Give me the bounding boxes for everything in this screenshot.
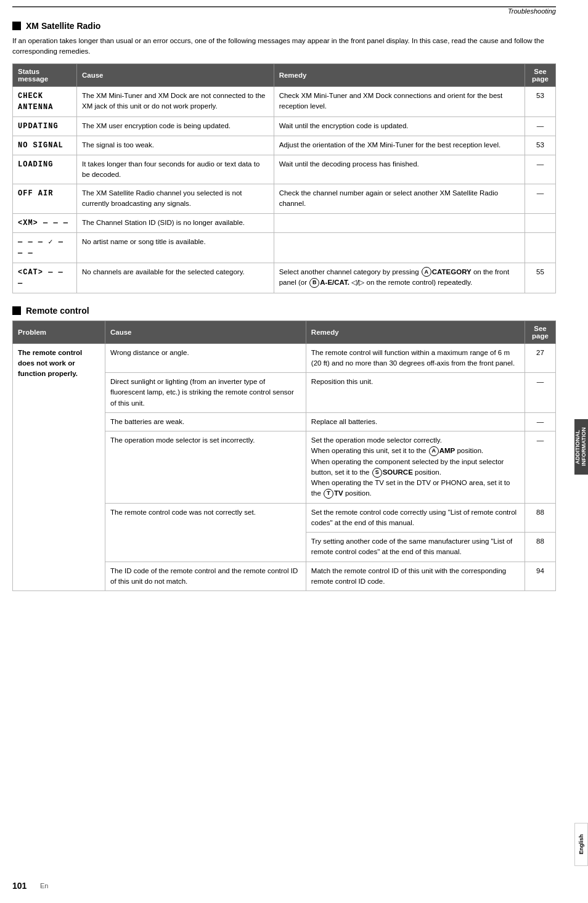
page-number: 101	[12, 881, 27, 891]
see-page-cell: 88	[525, 533, 556, 562]
circled-a-icon: A	[422, 267, 431, 277]
table-row: — — — ✓ — — — No artist name or song tit…	[13, 232, 556, 263]
remote-col-problem: Problem	[13, 321, 105, 343]
remote-section-title: Remote control	[26, 306, 89, 316]
page-container: Troubleshooting XM Satellite Radio If an…	[0, 0, 588, 903]
table-row: OFF AIR The XM Satellite Radio channel y…	[13, 184, 556, 214]
xm-table: Status message Cause Remedy Seepage CHEC…	[12, 63, 556, 293]
remote-section-icon	[12, 306, 21, 315]
see-page-cell	[525, 232, 556, 263]
xm-col-status: Status message	[13, 63, 77, 86]
cause-cell: The signal is too weak.	[76, 136, 274, 155]
xm-col-cause: Cause	[76, 63, 274, 86]
cause-cell: The operation mode selector is set incor…	[105, 431, 306, 504]
xm-section-intro: If an operation takes longer than usual …	[12, 36, 556, 57]
cause-cell: No channels are available for the select…	[76, 263, 274, 293]
cause-cell: The remote control code was not correctl…	[105, 503, 306, 562]
side-tab-english: English	[574, 823, 588, 866]
table-row: The remote control does not work or func…	[13, 343, 556, 373]
cause-cell: The ID code of the remote control and th…	[105, 562, 306, 591]
see-page-cell: 53	[525, 86, 556, 116]
status-msg: <CAT> — — —	[18, 268, 63, 288]
see-page-cell: 94	[525, 562, 556, 591]
status-msg: UPDATING	[18, 122, 59, 131]
ae-cat-label: A-E/CAT.	[320, 279, 349, 286]
remedy-cell: The remote control will function within …	[306, 343, 525, 373]
problem-cell: The remote control does not work or func…	[13, 343, 105, 591]
see-page-cell: —	[525, 373, 556, 413]
status-msg: LOADING	[18, 160, 53, 169]
remedy-cell: Wait until the decoding process has fini…	[274, 155, 525, 184]
page-suffix: En	[40, 882, 48, 889]
status-msg: NO SIGNAL	[18, 141, 63, 150]
cause-cell: The XM user encryption code is being upd…	[76, 116, 274, 136]
remedy-cell	[274, 213, 525, 232]
xm-section-header: XM Satellite Radio	[12, 21, 556, 31]
remedy-cell: Check XM Mini-Tuner and XM Dock connecti…	[274, 86, 525, 116]
remote-section-header: Remote control	[12, 306, 556, 316]
see-page-cell: —	[525, 184, 556, 214]
remote-table: Problem Cause Remedy Seepage The remote …	[12, 321, 556, 592]
see-page-cell: —	[525, 155, 556, 184]
remedy-cell: Select another channel category by press…	[274, 263, 525, 293]
see-page-cell: 53	[525, 136, 556, 155]
table-row: CHECK ANTENNA The XM Mini-Tuner and XM D…	[13, 86, 556, 116]
table-row: LOADING It takes longer than four second…	[13, 155, 556, 184]
circled-b-icon: B	[309, 278, 319, 288]
see-page-cell: 27	[525, 343, 556, 373]
cause-cell: The Channel Station ID (SID) is no longe…	[76, 213, 274, 232]
amp-label: AMP	[439, 447, 455, 454]
remedy-cell: Match the remote control ID of this unit…	[306, 562, 525, 591]
section-label: Troubleshooting	[12, 6, 556, 16]
cause-cell: The XM Mini-Tuner and XM Dock are not co…	[76, 86, 274, 116]
remedy-cell	[274, 232, 525, 263]
remedy-cell: Set the remote control code correctly us…	[306, 503, 525, 533]
see-page-cell: —	[525, 116, 556, 136]
see-page-cell: —	[525, 412, 556, 431]
table-row: <XM> — — — The Channel Station ID (SID) …	[13, 213, 556, 232]
remote-col-cause: Cause	[105, 321, 306, 343]
side-tab-additional: ADDITIONAL INFORMATION	[574, 419, 588, 475]
cause-cell: No artist name or song title is availabl…	[76, 232, 274, 263]
remedy-cell: Adjust the orientation of the XM Mini-Tu…	[274, 136, 525, 155]
status-msg: CHECK ANTENNA	[18, 92, 53, 112]
cause-cell: The XM Satellite Radio channel you selec…	[76, 184, 274, 214]
xm-col-remedy: Remedy	[274, 63, 525, 86]
tv-label: TV	[334, 489, 343, 497]
status-msg: — — — ✓ — — —	[18, 238, 63, 258]
remote-col-remedy: Remedy	[306, 321, 525, 343]
status-msg: OFF AIR	[18, 189, 53, 198]
see-page-cell: —	[525, 431, 556, 504]
see-page-cell	[525, 213, 556, 232]
remote-col-see-page: Seepage	[525, 321, 556, 343]
circled-tv-icon: T	[324, 489, 333, 499]
table-row: UPDATING The XM user encryption code is …	[13, 116, 556, 136]
main-content: Troubleshooting XM Satellite Radio If an…	[0, 0, 574, 610]
xm-col-see-page: Seepage	[525, 63, 556, 86]
remedy-cell: Set the operation mode selector correctl…	[306, 431, 525, 504]
xm-section-title: XM Satellite Radio	[26, 21, 100, 31]
remedy-cell: Check the channel number again or select…	[274, 184, 525, 214]
status-msg: <XM> — — —	[18, 219, 68, 227]
remedy-cell: Replace all batteries.	[306, 412, 525, 431]
source-label: SOURCE	[383, 468, 413, 476]
remedy-cell: Reposition this unit.	[306, 373, 525, 413]
see-page-cell: 55	[525, 263, 556, 293]
remedy-cell: Wait until the encryption code is update…	[274, 116, 525, 136]
category-label: CATEGORY	[432, 268, 472, 276]
circled-amp-icon: A	[429, 446, 439, 456]
cause-cell: The batteries are weak.	[105, 412, 306, 431]
cause-cell: Wrong distance or angle.	[105, 343, 306, 373]
remedy-cell: Try setting another code of the same man…	[306, 533, 525, 562]
cause-cell: It takes longer than four seconds for au…	[76, 155, 274, 184]
cause-cell: Direct sunlight or lighting (from an inv…	[105, 373, 306, 413]
table-row: <CAT> — — — No channels are available fo…	[13, 263, 556, 293]
section-icon	[12, 22, 21, 30]
circled-src-icon: S	[372, 468, 382, 478]
see-page-cell: 88	[525, 503, 556, 533]
table-row: NO SIGNAL The signal is too weak. Adjust…	[13, 136, 556, 155]
